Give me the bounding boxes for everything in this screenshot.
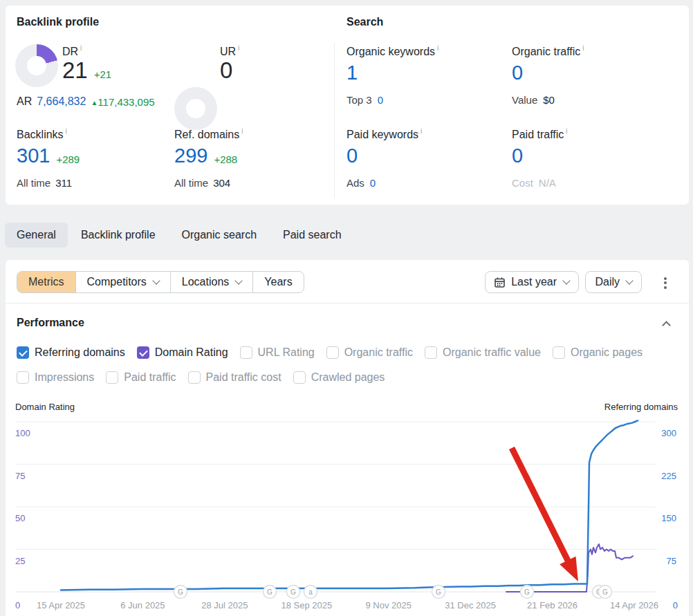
ref-domains-value[interactable]: 299 [174, 144, 207, 167]
organic-keywords-label: Organic keywords [346, 46, 435, 57]
checkbox-domain-rating[interactable]: Domain Rating [137, 346, 228, 359]
info-icon[interactable]: i [566, 127, 567, 135]
right-axis-tick: 300 [661, 428, 676, 438]
checkbox-url-rating[interactable]: URL Rating [240, 346, 315, 359]
x-axis-label: 18 Sep 2025 [281, 600, 332, 610]
x-axis-label: 28 Jul 2025 [201, 600, 248, 610]
info-icon[interactable]: i [80, 44, 82, 52]
ur-metric: URi 0 [220, 44, 239, 83]
checkbox-organic-pages[interactable]: Organic pages [553, 346, 643, 359]
ref-domains-metric: Ref. domainsi 299 +288 All time 304 [174, 127, 243, 189]
checkbox-checked-icon[interactable] [137, 346, 149, 359]
performance-chart: 100755025300225150750015 Apr 20256 Jun 2… [6, 398, 689, 616]
ads-label: Ads [346, 177, 364, 189]
checkbox-unchecked-icon[interactable] [188, 371, 201, 384]
left-axis-tick: 25 [15, 556, 25, 566]
x-axis-label: 14 Apr 2026 [610, 600, 658, 610]
info-icon[interactable]: i [241, 127, 243, 135]
checkbox-unchecked-icon[interactable] [553, 346, 565, 359]
event-marker-G[interactable]: G [264, 586, 277, 599]
years-segment[interactable]: Years [252, 272, 303, 292]
checkbox-unchecked-icon[interactable] [17, 371, 29, 384]
paid-keywords-value[interactable]: 0 [346, 144, 422, 167]
x-axis-label: 21 Feb 2026 [527, 600, 578, 610]
organic-traffic-label: Organic traffic [512, 46, 580, 57]
checkbox-referring-domains[interactable]: Referring domains [17, 346, 125, 359]
collapse-section-icon[interactable] [662, 321, 671, 330]
annotation-arrow-head [560, 557, 578, 581]
checkbox-impressions[interactable]: Impressions [17, 371, 94, 384]
competitors-dropdown[interactable]: Competitors [75, 272, 170, 292]
right-axis-tick: 150 [661, 513, 676, 523]
info-icon[interactable]: i [238, 44, 239, 52]
ar-value[interactable]: 7,664,832 [37, 95, 86, 108]
event-marker-G[interactable]: G [174, 586, 187, 599]
checkbox-unchecked-icon[interactable] [240, 346, 252, 359]
checkbox-checked-icon[interactable] [17, 346, 29, 359]
backlinks-alltime-label: All time [17, 177, 50, 189]
tab-organic-search[interactable]: Organic search [169, 223, 270, 248]
event-marker-G[interactable]: G [599, 586, 612, 599]
ahrefs-dashboard: { "icons": { "info": "i", "up_triangle":… [0, 0, 693, 616]
backlinks-value[interactable]: 301 [17, 144, 50, 167]
tab-general[interactable]: General [5, 223, 68, 248]
checkbox-unchecked-icon[interactable] [326, 346, 339, 359]
event-marker-G[interactable]: G [432, 586, 445, 599]
value-amount: $0 [543, 94, 555, 106]
info-icon[interactable]: i [66, 127, 67, 135]
ur-label: UR [220, 46, 236, 57]
organic-traffic-value[interactable]: 0 [512, 61, 584, 84]
granularity-dropdown[interactable]: Daily [585, 271, 642, 293]
checkbox-paid-traffic-cost[interactable]: Paid traffic cost [188, 371, 281, 384]
event-marker-letter: G [178, 588, 183, 596]
locations-dropdown[interactable]: Locations [170, 272, 253, 292]
paid-traffic-value[interactable]: 0 [512, 144, 568, 167]
date-range-dropdown[interactable]: Last year [485, 271, 579, 293]
metrics-segment[interactable]: Metrics [17, 272, 75, 292]
checkbox-unchecked-icon[interactable] [425, 346, 437, 359]
organic-keywords-value[interactable]: 1 [346, 61, 438, 84]
tab-backlink-profile[interactable]: Backlink profile [68, 223, 169, 248]
metric-checkbox-row-2: ImpressionsPaid trafficPaid traffic cost… [17, 371, 385, 384]
more-options-button[interactable] [661, 275, 669, 290]
ur-value: 0 [220, 58, 239, 83]
checkbox-paid-traffic[interactable]: Paid traffic [106, 371, 176, 384]
ar-row: AR 7,664,832 ▲117,433,095 [17, 95, 155, 108]
ref-domains-delta: +288 [214, 153, 237, 165]
chevron-down-icon [625, 277, 633, 284]
right-axis-zero: 0 [673, 600, 678, 610]
ads-value[interactable]: 0 [370, 177, 376, 189]
checkbox-unchecked-icon[interactable] [293, 371, 306, 384]
chevron-down-icon [562, 277, 570, 284]
checkbox-crawled-pages[interactable]: Crawled pages [293, 371, 385, 384]
calendar-icon [495, 277, 505, 288]
backlink-profile-title: Backlink profile [17, 16, 99, 28]
ref-domains-label: Ref. domains [174, 129, 239, 140]
event-marker-a[interactable]: a [304, 586, 317, 599]
backlinks-label: Backlinks [17, 129, 64, 140]
backlinks-alltime-value: 311 [55, 177, 72, 189]
checkbox-unchecked-icon[interactable] [106, 371, 118, 384]
x-axis-label: 15 Apr 2025 [37, 600, 85, 610]
left-axis-tick: 100 [15, 428, 30, 438]
info-icon[interactable]: i [437, 44, 438, 52]
ur-gauge [174, 87, 217, 130]
paid-traffic-metric: Paid traffici 0 Cost N/A [512, 127, 568, 189]
event-marker-G[interactable]: G [521, 586, 534, 599]
dr-label: DR [62, 46, 78, 57]
checkbox-organic-traffic-value[interactable]: Organic traffic value [425, 346, 541, 359]
tab-paid-search[interactable]: Paid search [270, 223, 355, 248]
event-marker-letter: G [436, 588, 441, 596]
info-icon[interactable]: i [421, 127, 422, 135]
left-axis-tick: 75 [15, 471, 25, 481]
top3-value[interactable]: 0 [378, 94, 383, 106]
metric-checkbox-row-1: Referring domainsDomain RatingURL Rating… [17, 346, 643, 360]
cost-value: N/A [539, 177, 556, 189]
info-icon[interactable]: i [582, 44, 584, 52]
backlinks-delta: +289 [56, 153, 80, 165]
checkbox-organic-traffic[interactable]: Organic traffic [326, 346, 413, 359]
ref-domains-alltime-label: All time [174, 177, 208, 189]
ar-label: AR [17, 95, 32, 108]
event-marker-G[interactable]: G [287, 586, 300, 599]
dr-metric: DRi 21 +21 [62, 44, 111, 83]
